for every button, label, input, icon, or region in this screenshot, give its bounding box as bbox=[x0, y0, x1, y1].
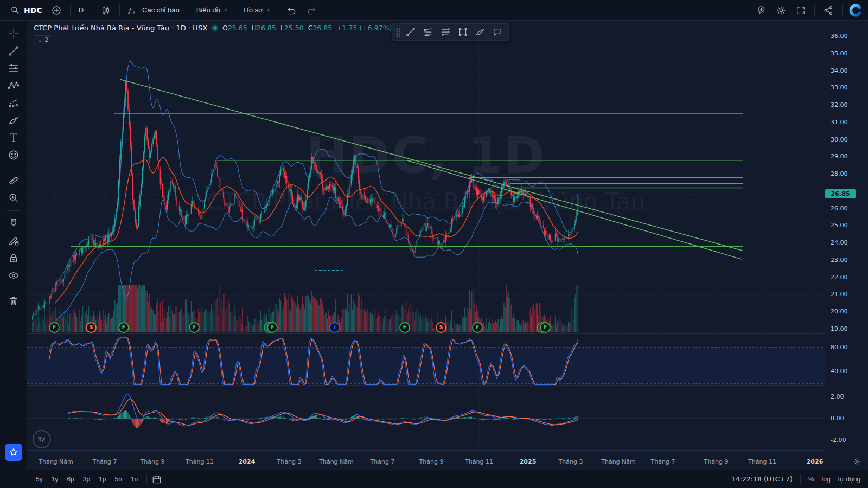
svg-text:F: F bbox=[193, 324, 196, 330]
interval-label: D bbox=[79, 6, 84, 14]
clock[interactable]: 14:22:18 (UTC+7) bbox=[731, 475, 793, 483]
svg-text:i: i bbox=[334, 324, 335, 330]
hide-all-tool-button[interactable] bbox=[4, 267, 23, 284]
fullscreen-icon bbox=[795, 5, 806, 16]
compare-button[interactable] bbox=[47, 2, 66, 18]
time-axis-label: 2026 bbox=[807, 458, 824, 465]
symbol-title[interactable]: CTCP Phát triển Nhà Bà Rịa - Vũng Tàu · … bbox=[34, 24, 207, 32]
drawing-lock-tool-button[interactable] bbox=[4, 232, 23, 249]
svg-text:x: x bbox=[133, 9, 135, 14]
indicators-button[interactable]: ƒx Các chỉ báo bbox=[124, 2, 184, 18]
gear-icon bbox=[776, 5, 787, 16]
trend-line-tool-button[interactable] bbox=[4, 42, 23, 60]
quick-search-icon bbox=[756, 5, 767, 16]
price-axis-label: 33.00 bbox=[831, 84, 848, 91]
symbol-search-button[interactable]: HDC bbox=[5, 2, 47, 18]
broker-logo[interactable] bbox=[848, 3, 863, 17]
log-scale-button[interactable]: log bbox=[822, 476, 831, 483]
time-axis-label: Tháng 11 bbox=[465, 458, 493, 465]
favorites-star-button[interactable] bbox=[5, 444, 22, 461]
price-axis-label: 36.00 bbox=[831, 33, 848, 40]
toolbar-separator bbox=[7, 288, 21, 288]
price-axis[interactable]: 36.0035.0034.0033.0032.0031.0030.0029.00… bbox=[825, 21, 868, 453]
settings-button[interactable] bbox=[771, 2, 791, 18]
emoji-tool-button[interactable] bbox=[4, 146, 23, 164]
price-chart-canvas[interactable]: FSFFFiFSFF bbox=[27, 21, 825, 453]
search-icon bbox=[10, 5, 21, 16]
text-tool-button[interactable] bbox=[4, 129, 23, 146]
time-axis-label: Tháng 3 bbox=[559, 458, 583, 465]
candlestick-chart-icon bbox=[100, 5, 111, 16]
xabcd-pattern-tool-button[interactable] bbox=[4, 77, 23, 94]
last-price-label: 26.85 bbox=[825, 189, 856, 198]
time-axis[interactable]: Tháng NămTháng 7Tháng 9Tháng 112024Tháng… bbox=[27, 453, 868, 470]
fib-retracement-tool-button[interactable] bbox=[4, 60, 23, 77]
price-axis-label: -2.00 bbox=[831, 436, 846, 444]
share-button[interactable] bbox=[819, 2, 838, 18]
legend-collapse-badge[interactable]: ⌄ 2 bbox=[34, 35, 52, 44]
toolbar-separator bbox=[146, 474, 147, 484]
toolbar-separator bbox=[70, 4, 71, 16]
range-button-1n[interactable]: 1n bbox=[126, 474, 142, 484]
crosshair-tool-button[interactable] bbox=[4, 25, 23, 42]
time-axis-label: Tháng 11 bbox=[186, 458, 214, 465]
profile-menu-button[interactable]: Hồ sơ ▾ bbox=[239, 2, 274, 18]
rectangle-tool-button[interactable] bbox=[454, 24, 471, 40]
range-button-3p[interactable]: 3p bbox=[79, 474, 94, 484]
toolbar-separator bbox=[7, 210, 21, 211]
trend-line-tool-button[interactable] bbox=[402, 24, 419, 40]
chevron-down-icon: ▾ bbox=[225, 8, 227, 13]
price-axis-label: 2.00 bbox=[831, 393, 844, 400]
pitchfork-tool-button[interactable] bbox=[419, 24, 437, 40]
auto-scale-button[interactable]: tự động bbox=[838, 476, 860, 483]
toolbar-separator bbox=[842, 4, 843, 16]
horizontal-lines-tool-button[interactable] bbox=[437, 24, 454, 40]
indicators-label: Các chỉ báo bbox=[142, 6, 180, 14]
toolbar-separator bbox=[800, 474, 801, 484]
comment-tool-button[interactable] bbox=[489, 24, 506, 40]
go-to-date-icon[interactable] bbox=[151, 474, 162, 485]
quick-search-button[interactable] bbox=[752, 2, 771, 18]
tradingview-logo[interactable] bbox=[33, 430, 51, 448]
axis-settings-icon[interactable] bbox=[853, 457, 861, 466]
time-axis-label: Tháng 11 bbox=[748, 458, 776, 465]
range-button-1y[interactable]: 1y bbox=[47, 474, 63, 484]
price-axis-label: 0.00 bbox=[831, 415, 844, 422]
ruler-tool-button[interactable] bbox=[4, 172, 23, 189]
toolbar-separator bbox=[278, 4, 278, 16]
chart-area[interactable]: HDC, 1D CTCP Phát triển Nhà Bà Rịa - Vũn… bbox=[27, 21, 868, 470]
interval-button[interactable]: D bbox=[74, 2, 88, 18]
range-button-6p[interactable]: 6p bbox=[62, 474, 78, 484]
redo-button[interactable] bbox=[302, 2, 321, 18]
svg-text:S: S bbox=[439, 324, 443, 330]
market-status-icon bbox=[211, 24, 219, 32]
range-button-1p[interactable]: 1p bbox=[94, 474, 110, 484]
fullscreen-button[interactable] bbox=[791, 2, 810, 18]
price-axis-label: 28.00 bbox=[831, 170, 848, 177]
toolbar-separator bbox=[7, 168, 21, 168]
brush-check-tool-button[interactable] bbox=[471, 24, 489, 40]
price-axis-label: 19.00 bbox=[831, 325, 848, 332]
trash-tool-button[interactable] bbox=[4, 292, 23, 310]
time-axis-label: Tháng 9 bbox=[141, 458, 165, 465]
drag-handle-icon[interactable]: ⣿ bbox=[394, 27, 402, 37]
chart-menu-label: Biểu đồ bbox=[196, 6, 220, 14]
price-axis-label: 30.00 bbox=[831, 136, 848, 143]
undo-button[interactable] bbox=[282, 2, 302, 18]
redo-icon bbox=[306, 5, 317, 16]
range-button-5y[interactable]: 5y bbox=[31, 474, 47, 484]
price-axis-label: 31.00 bbox=[831, 119, 848, 126]
magnet-tool-button[interactable] bbox=[4, 215, 23, 232]
chart-type-button[interactable] bbox=[96, 2, 116, 18]
zoom-in-tool-button[interactable] bbox=[4, 189, 23, 207]
trading-platform: HDC D ƒx Các chỉ báo Biểu đồ ▾ bbox=[0, 0, 868, 488]
percent-scale-button[interactable]: % bbox=[808, 476, 814, 483]
chart-menu-button[interactable]: Biểu đồ ▾ bbox=[192, 2, 232, 18]
range-button-5n[interactable]: 5n bbox=[110, 474, 126, 484]
top-toolbar: HDC D ƒx Các chỉ báo Biểu đồ ▾ bbox=[0, 0, 868, 21]
forecast-tool-button[interactable] bbox=[4, 94, 23, 112]
lock-all-tool-button[interactable] bbox=[4, 249, 23, 267]
brush-check-tool-button[interactable] bbox=[4, 112, 23, 129]
price-axis-label: 24.00 bbox=[831, 239, 848, 246]
svg-text:F: F bbox=[476, 324, 480, 330]
